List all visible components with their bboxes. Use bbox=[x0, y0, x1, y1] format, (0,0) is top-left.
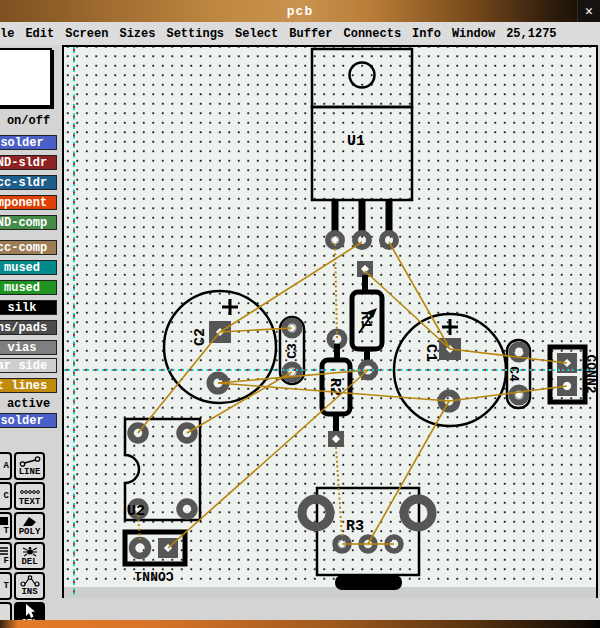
u1-tab-outline bbox=[312, 49, 412, 107]
close-icon: ✕ bbox=[585, 3, 593, 19]
polygon-icon bbox=[19, 516, 41, 527]
layer-button-gnd-sldr[interactable]: ND-sldr bbox=[0, 155, 57, 170]
menu-item-settings[interactable]: Settings bbox=[166, 27, 224, 41]
r1-lead-top bbox=[362, 275, 368, 292]
layer-button-far-side[interactable]: ar side bbox=[0, 358, 57, 373]
conn1-refdes: CONN1 bbox=[134, 568, 173, 583]
cursor-position-readout: 25,1275 bbox=[506, 27, 556, 41]
active-layer-label: active bbox=[0, 397, 57, 411]
rat-r2bot-r3pin1 bbox=[336, 447, 342, 537]
component-r1[interactable]: R1 bbox=[352, 261, 382, 378]
insert-point-icon bbox=[19, 575, 41, 587]
c2-refdes-group: C2 bbox=[192, 328, 209, 346]
menu-item-info[interactable]: Info bbox=[412, 27, 441, 41]
tool-poly-button[interactable]: POLY bbox=[14, 512, 45, 540]
u2-pin-br[interactable] bbox=[180, 502, 195, 517]
window-close-button[interactable]: ✕ bbox=[577, 0, 600, 22]
u2-refdes: U2 bbox=[127, 503, 145, 520]
c3-refdes-group: C3 bbox=[285, 343, 300, 359]
menu-item-select[interactable]: Select bbox=[235, 27, 278, 41]
tool-line-button[interactable]: LINE bbox=[14, 452, 45, 480]
conn1-pin-2[interactable] bbox=[132, 540, 148, 556]
layer-button-gnd-comp[interactable]: ND-comp bbox=[0, 215, 57, 230]
tool-del-button[interactable]: DEL bbox=[14, 542, 45, 570]
r3-body-outline bbox=[317, 488, 419, 575]
layer-button-rat-lines[interactable]: t lines bbox=[0, 378, 57, 393]
window-titlebar[interactable]: pcb bbox=[0, 0, 600, 22]
menu-item-screen[interactable]: Screen bbox=[65, 27, 108, 41]
tool-rect-button-partial[interactable]: T bbox=[0, 512, 12, 540]
menu-item-buffer[interactable]: Buffer bbox=[289, 27, 332, 41]
tool-via-button-partial[interactable]: A bbox=[0, 452, 12, 480]
layer-button-solder[interactable]: solder bbox=[0, 135, 57, 150]
conn2-refdes: CONN2 bbox=[583, 354, 596, 393]
layer-button-unused-1[interactable]: mused bbox=[0, 260, 57, 275]
tool-buf-button-partial[interactable]: F bbox=[0, 542, 12, 570]
tool-rot-button-partial[interactable]: T bbox=[0, 572, 12, 600]
rect-icon bbox=[0, 517, 9, 526]
u1-mounting-hole bbox=[350, 63, 375, 88]
u1-refdes: U1 bbox=[347, 133, 365, 150]
layer-button-vias[interactable]: vias bbox=[0, 340, 57, 355]
r2-lead-bottom bbox=[333, 414, 339, 433]
menu-item-window[interactable]: Window bbox=[452, 27, 495, 41]
r3-refdes: R3 bbox=[346, 518, 364, 535]
c4-refdes-group: C4 bbox=[506, 366, 521, 382]
menu-item-sizes[interactable]: Sizes bbox=[119, 27, 155, 41]
u1-pin-3[interactable] bbox=[382, 233, 396, 247]
window-title: pcb bbox=[287, 4, 313, 19]
c4-refdes: C4 bbox=[506, 366, 521, 382]
tool-ins-button[interactable]: INS bbox=[14, 572, 45, 600]
menu-item-file-partial[interactable]: le bbox=[0, 27, 14, 41]
tool-text-button[interactable]: TEXT bbox=[14, 482, 45, 510]
component-conn2[interactable]: CONN2 bbox=[550, 347, 596, 402]
c3-refdes: C3 bbox=[285, 343, 300, 359]
c1-refdes-group: C1 bbox=[422, 344, 439, 362]
u1-body-outline bbox=[312, 107, 412, 200]
rat-conn1pin1-r1bot bbox=[168, 370, 368, 548]
c1-refdes: C1 bbox=[422, 344, 439, 362]
layer-button-silk[interactable]: silk bbox=[0, 300, 57, 315]
board-drawing: U1 R1 bbox=[64, 47, 596, 596]
text-icon bbox=[19, 486, 41, 497]
window-bottom-border bbox=[0, 620, 600, 628]
active-layer-button[interactable]: solder bbox=[0, 413, 57, 428]
component-c3[interactable]: C3 bbox=[280, 317, 304, 384]
c2-plus-mark bbox=[222, 299, 238, 315]
layer-button-vcc-sldr[interactable]: cc-sldr bbox=[0, 175, 57, 190]
r3-adjust-tab bbox=[335, 575, 402, 590]
component-conn1[interactable]: CONN1 bbox=[125, 532, 185, 583]
conn1-refdes-group: CONN1 bbox=[134, 568, 173, 583]
bug-icon bbox=[19, 546, 41, 557]
layer-button-vcc-comp[interactable]: cc-comp bbox=[0, 240, 57, 255]
component-u1[interactable]: U1 bbox=[312, 49, 412, 247]
layer-button-component[interactable]: mponent bbox=[0, 195, 57, 210]
buffer-icon bbox=[0, 547, 9, 556]
layer-button-unused-2[interactable]: mused bbox=[0, 280, 57, 295]
menu-bar: le Edit Screen Sizes Settings Select Buf… bbox=[0, 22, 600, 45]
line-icon bbox=[19, 456, 41, 467]
rat-r1top-c1pos bbox=[365, 271, 450, 349]
conn2-refdes-group: CONN2 bbox=[583, 354, 596, 393]
board-canvas[interactable]: U1 R1 bbox=[62, 45, 598, 598]
c2-refdes: C2 bbox=[192, 328, 209, 346]
c3-pad-bottom-hole bbox=[287, 367, 296, 376]
c1-plus-mark bbox=[442, 319, 458, 335]
layer-onoff-label: on/off bbox=[0, 114, 57, 128]
menu-item-connects[interactable]: Connects bbox=[344, 27, 402, 41]
rat-u1pin3-c1pos bbox=[389, 242, 450, 349]
menu-item-edit[interactable]: Edit bbox=[25, 27, 54, 41]
layer-button-pins-pads[interactable]: ns/pads bbox=[0, 320, 57, 335]
component-c4[interactable]: C4 bbox=[506, 340, 530, 408]
component-u2[interactable]: U2 bbox=[125, 419, 200, 520]
tool-arc-button-partial[interactable]: C bbox=[0, 482, 12, 510]
cursor-arrow-icon bbox=[19, 604, 41, 618]
pcb-window: pcb ✕ le Edit Screen Sizes Settings Sele… bbox=[0, 0, 600, 628]
board-preview-panner[interactable] bbox=[0, 48, 52, 107]
component-r3[interactable]: R3 bbox=[302, 488, 432, 590]
